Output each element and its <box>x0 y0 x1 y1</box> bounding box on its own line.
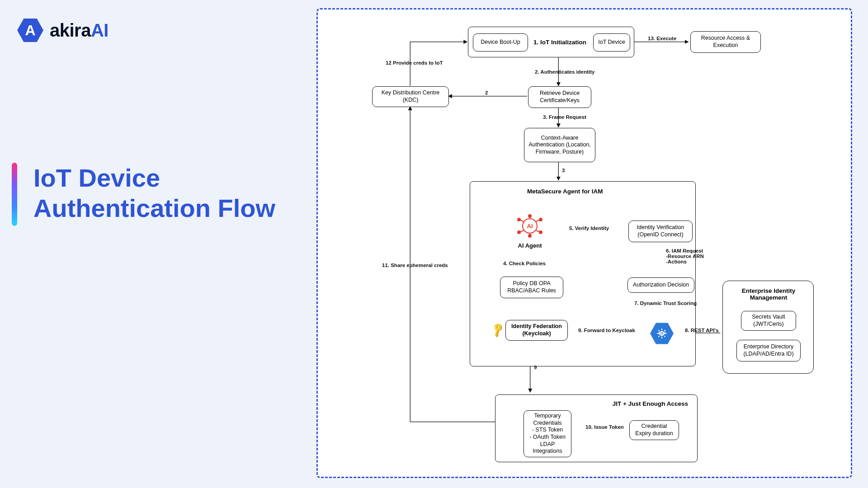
node-identity-federation: Identity Federation (Keycloak) <box>505 320 568 341</box>
ai-icon: AI <box>514 232 545 240</box>
node-policy-db: Policy DB OPA RBAC/ABAC Rules <box>500 277 563 298</box>
svg-line-12 <box>536 230 539 232</box>
node-temporary-credentials: Temporary Credentials - STS Token - OAut… <box>524 410 571 457</box>
brand-name: akira <box>50 20 91 40</box>
logo-mark: A <box>17 17 43 43</box>
metasecure-agent-panel: MetaSecure Agent for IAM <box>470 181 696 366</box>
enterprise-identity-title: Enterprise Identity Management <box>738 287 799 301</box>
edge-2-authenticates: 2. Authenticates identity <box>535 69 595 75</box>
svg-point-4 <box>539 218 542 221</box>
svg-line-10 <box>536 220 539 221</box>
api-label: api <box>650 330 674 335</box>
edge-3-number: 3 <box>562 168 565 173</box>
node-retrieve-certificate: Retrieve Device Certificate/Keys <box>528 86 591 108</box>
logo-text: akiraAI <box>50 20 108 41</box>
diagram-canvas: Device Boot-Up 1. IoT Initialization IoT… <box>316 8 852 478</box>
edge-8-rest-apis: 8. REST API's <box>685 328 719 333</box>
key-icon: 🔑 <box>490 322 506 339</box>
title-line-1: IoT Device <box>33 163 275 193</box>
edge-9-forward-keycloak: 9. Forward to Keycloak <box>578 328 635 333</box>
edge-9-number: 9 <box>534 365 537 370</box>
svg-point-2 <box>528 235 531 237</box>
edge-6-iam-request: 6. IAM Request -Resource ARN -Actions <box>666 248 716 264</box>
node-secrets-vault: Secrets Vault (JWT/Certs) <box>741 311 796 331</box>
edge-4-check-policies: 4. Check Policies <box>503 261 546 266</box>
svg-point-6 <box>539 231 542 234</box>
edge-12-provide-creds: 12 Provide creds to IoT <box>386 60 443 66</box>
node-iot-device: IoT Device <box>593 33 630 52</box>
node-authorization-decision: Authorization Decision <box>627 277 694 293</box>
title-accent-bar <box>12 163 17 226</box>
svg-text:AI: AI <box>527 223 533 230</box>
edge-10-issue-token: 10. Issue Token <box>585 424 624 430</box>
svg-point-1 <box>528 215 531 217</box>
node-device-boot-up: Device Boot-Up <box>473 33 528 52</box>
iot-initialization-title: 1. IoT Initialization <box>533 39 586 46</box>
edge-3-frame-request: 3. Frame Request <box>543 114 586 120</box>
svg-point-0 <box>523 219 537 233</box>
title-line-2: Authentication Flow <box>33 193 275 223</box>
edge-13-execute: 13. Execute <box>648 36 676 41</box>
node-credential-expiry: Credential Expiry duration <box>629 420 679 440</box>
node-kdc: Key Distribution Centre (KDC) <box>372 86 449 107</box>
brand-logo: A akiraAI <box>17 17 108 43</box>
node-context-aware-auth: Context-Aware Authentication (Location, … <box>524 128 595 162</box>
metasecure-title: MetaSecure Agent for IAM <box>527 188 603 195</box>
node-api: api <box>650 322 674 351</box>
page-title: IoT Device Authentication Flow <box>33 163 275 223</box>
edge-7-dynamic-trust: 7. Dynamic Trust Scoring <box>634 300 697 306</box>
edge-2-number: 2 <box>485 90 488 95</box>
brand-suffix: AI <box>91 20 108 40</box>
svg-line-11 <box>520 230 524 232</box>
svg-line-9 <box>520 220 524 221</box>
node-ai-agent: AI AI Agent <box>514 213 545 249</box>
svg-point-3 <box>518 218 520 221</box>
node-enterprise-directory: Enterprise Directory (LDAP/AD/Entra ID) <box>736 340 801 361</box>
edge-11-share-ephemeral: 11. Share ephemeral creds <box>382 263 448 268</box>
enterprise-identity-panel: Enterprise Identity Management Secrets V… <box>722 281 814 374</box>
svg-point-5 <box>518 231 520 234</box>
node-resource-access-execution: Resource Access & Execution <box>690 31 761 53</box>
jit-title: JIT + Just Enough Access <box>613 400 688 407</box>
node-identity-verification: Identity Verification (OpenID Connect) <box>628 221 693 242</box>
iot-initialization-panel: Device Boot-Up 1. IoT Initialization IoT… <box>468 27 634 57</box>
ai-agent-label: AI Agent <box>514 242 545 249</box>
edge-5-verify-identity: 5. Verify Identity <box>569 225 609 231</box>
